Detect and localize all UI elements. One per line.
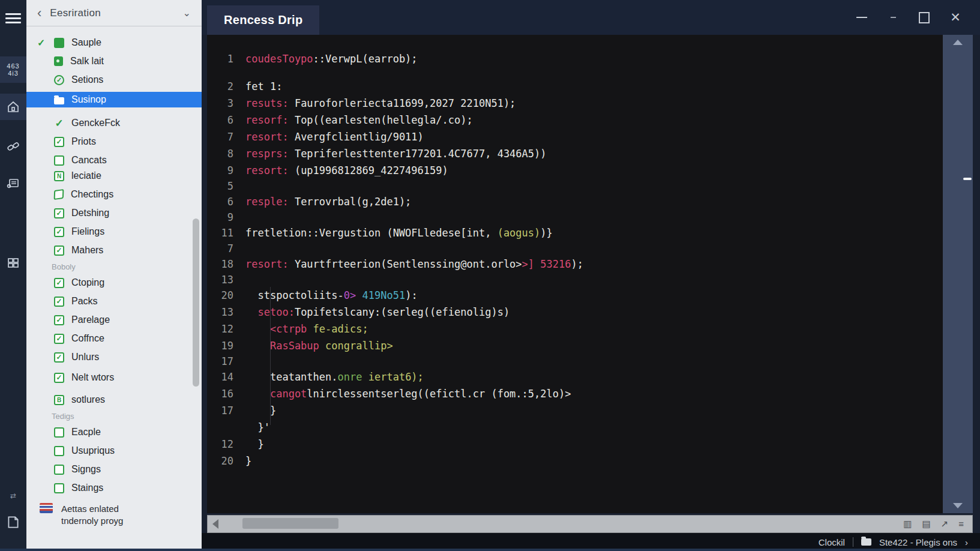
sidebar-item-label: Cancats bbox=[71, 155, 107, 166]
code-line: 18resort: Yaurtfrteerion(Sentlenssing@on… bbox=[207, 256, 943, 272]
editor-tab[interactable]: Rencess Drip bbox=[207, 5, 319, 35]
code-editor[interactable]: 1coudesToypo::VerwpL(earrob); 2fet 1: 3r… bbox=[207, 35, 943, 513]
code-line: 19 RasSabup congrallip> bbox=[207, 337, 943, 354]
chevron-down-icon[interactable]: ⌄ bbox=[183, 7, 191, 19]
line-number: 17 bbox=[207, 354, 233, 369]
sidebar-section-label: Boboly bbox=[52, 262, 202, 271]
code-segment: 419No51 bbox=[356, 289, 405, 301]
sidebar-item[interactable]: ✓Sauple bbox=[54, 36, 202, 49]
line-number: 13 bbox=[207, 304, 233, 321]
menu-icon[interactable]: ≡ bbox=[958, 519, 964, 529]
sidebar-item[interactable]: ✓GenckeFck bbox=[54, 116, 202, 130]
scrollbar-toolbar: ▥ ▤ ↗ ≡ bbox=[903, 519, 972, 529]
chevron-right-icon[interactable]: › bbox=[965, 537, 968, 547]
code-line: 1coudesToypo::VerwpL(earrob); bbox=[207, 50, 943, 67]
sidebar-item[interactable]: Unlurs bbox=[54, 351, 202, 364]
line-number: 2 bbox=[207, 78, 233, 95]
home-icon[interactable] bbox=[0, 94, 26, 120]
stats-icon[interactable]: 4634i3 bbox=[0, 56, 26, 83]
vertical-scrollbar[interactable] bbox=[943, 35, 973, 513]
back-chevron-icon[interactable]: ‹ bbox=[37, 5, 41, 21]
grid-icon[interactable] bbox=[0, 250, 26, 276]
sidebar-scrollbar[interactable] bbox=[193, 218, 199, 387]
code-segment: cangot bbox=[245, 388, 307, 400]
indent-guide bbox=[270, 287, 271, 425]
maximize-icon bbox=[919, 12, 930, 23]
sidebar-item-label: Signgs bbox=[71, 464, 101, 475]
sidebar-item[interactable]: Cancats bbox=[54, 154, 202, 167]
code-segment: lnirclessentserleg((efictl.cr (fom.:5,2l… bbox=[307, 388, 571, 400]
line-number: 18 bbox=[207, 256, 233, 272]
sidebar-item[interactable]: Eacple bbox=[54, 426, 202, 439]
line-number: 16 bbox=[207, 385, 233, 402]
minimize-button[interactable] bbox=[855, 11, 868, 24]
code-segment: <ctrpb bbox=[245, 323, 307, 335]
code-segment: 0> bbox=[344, 289, 356, 301]
code-segment: resort: bbox=[245, 131, 295, 143]
line-number: 14 bbox=[207, 369, 233, 385]
code-segment: Terrovrbal(g,2de1); bbox=[295, 196, 411, 208]
link-icon[interactable] bbox=[0, 133, 26, 160]
sidebar-footer-text: Aettas enlatedtndernoly proyg bbox=[61, 503, 123, 527]
folder-filled-icon bbox=[54, 38, 64, 48]
sidebar-item[interactable]: Mahers bbox=[54, 244, 202, 257]
line-number: 8 bbox=[207, 145, 233, 162]
file-icon[interactable] bbox=[0, 509, 26, 535]
window-icon[interactable] bbox=[0, 170, 26, 197]
sidebar-footer[interactable]: Aettas enlatedtndernoly proyg bbox=[40, 503, 202, 551]
sidebar-item[interactable]: sotlures bbox=[54, 393, 202, 406]
sidebar-item[interactable]: Staings bbox=[54, 481, 202, 495]
restore-button[interactable] bbox=[886, 11, 900, 24]
sidebar-item[interactable]: leciatie bbox=[54, 169, 202, 182]
code-line: 20 stspoctoliits-0> 419No51): bbox=[207, 287, 943, 304]
window-controls: ✕ bbox=[855, 0, 980, 35]
sidebar-item[interactable]: Salk lait bbox=[54, 55, 202, 68]
code-line: 6resorf: Top((earlesten(hellegla/.co); bbox=[207, 112, 943, 128]
sidebar-item-selected[interactable]: Susinop bbox=[26, 92, 202, 107]
status-clock[interactable]: Clockil bbox=[819, 537, 845, 547]
sidebar-item-label: Packs bbox=[71, 296, 98, 307]
sidebar-item[interactable]: Signgs bbox=[54, 463, 202, 476]
sidebar-item[interactable]: Parelage bbox=[54, 313, 202, 327]
sidebar-item[interactable]: Coffnce bbox=[54, 332, 202, 345]
checkbox-checked-icon bbox=[54, 297, 64, 307]
sidebar-item-label: Chectings bbox=[71, 189, 113, 200]
menu-icon[interactable] bbox=[0, 5, 26, 31]
scroll-left-icon[interactable] bbox=[212, 519, 218, 529]
sidebar-list: ✓Sauple Salk lait Setions Susinop ✓Genck… bbox=[26, 26, 202, 551]
status-project[interactable]: Ste422 - Plegis ons bbox=[879, 537, 957, 547]
folder-icon[interactable] bbox=[861, 538, 871, 546]
sidebar-item-label: Unlurs bbox=[71, 352, 99, 363]
sidebar-item-label: Priots bbox=[71, 136, 96, 147]
panel-icon[interactable]: ▤ bbox=[922, 519, 930, 529]
sync-icon[interactable]: ⇄ bbox=[0, 483, 26, 509]
sidebar-item-label: Salk lait bbox=[70, 56, 104, 67]
scroll-up-icon[interactable] bbox=[953, 40, 963, 45]
sidebar-item[interactable]: Chectings bbox=[54, 188, 202, 201]
close-button[interactable]: ✕ bbox=[949, 11, 962, 24]
sidebar-item[interactable]: Detshing bbox=[54, 206, 202, 220]
sidebar-item[interactable]: Usupriqus bbox=[54, 444, 202, 457]
checkbox-empty-icon bbox=[54, 427, 64, 438]
check-icon: ✓ bbox=[54, 117, 64, 130]
scrollbar-thumb[interactable] bbox=[242, 518, 338, 529]
maximize-button[interactable] bbox=[918, 11, 931, 24]
sidebar-item[interactable]: Ctoping bbox=[54, 276, 202, 289]
columns-icon[interactable]: ▥ bbox=[903, 519, 912, 529]
line-number: 20 bbox=[207, 287, 233, 304]
scroll-down-icon[interactable] bbox=[953, 503, 963, 508]
sidebar-item-label: Fielings bbox=[71, 226, 104, 237]
code-line: 7resort: Avergfclientlig/9011) bbox=[207, 128, 943, 145]
sidebar-item[interactable]: Nelt wtors bbox=[54, 371, 202, 384]
horizontal-scrollbar[interactable]: ▥ ▤ ↗ ≡ bbox=[207, 515, 973, 533]
code-segment: Top((earlesten(hellegla/.co); bbox=[295, 114, 473, 126]
editor-margin bbox=[973, 35, 980, 513]
arrow-icon[interactable]: ↗ bbox=[941, 519, 949, 529]
code-segment: teatanthen. bbox=[245, 371, 338, 383]
sidebar-item[interactable]: Fielings bbox=[54, 225, 202, 238]
sidebar-item[interactable]: Packs bbox=[54, 295, 202, 308]
sidebar-item-label: Susinop bbox=[71, 94, 106, 105]
sidebar-item[interactable]: Priots bbox=[54, 135, 202, 148]
sidebar-item[interactable]: Setions bbox=[54, 73, 202, 86]
code-segment: Topifetslcany:(serleg((efienolig)s) bbox=[295, 306, 510, 318]
